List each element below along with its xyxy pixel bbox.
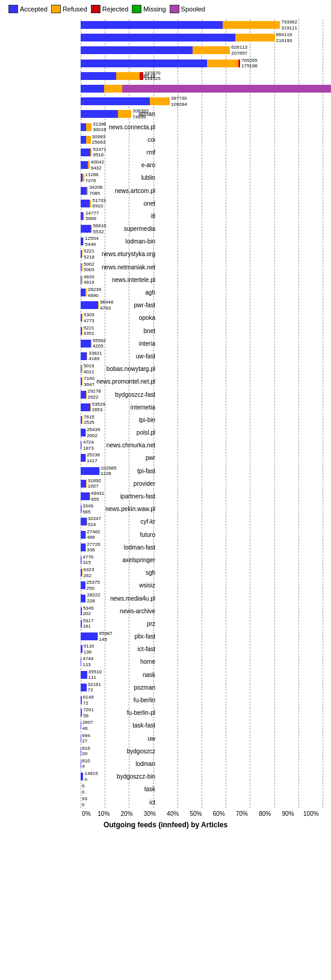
value-secondary: 1228 <box>101 471 117 477</box>
bar-segment-refused <box>83 237 84 245</box>
bar-segment-refused <box>91 225 92 233</box>
table-row: astercity793362319111 <box>81 19 323 31</box>
bars-and-values: 71403647 <box>81 376 323 387</box>
value-secondary: 20 <box>82 751 90 757</box>
value-secondary: 315 <box>83 560 94 566</box>
bar-values: 99427 <box>82 733 90 744</box>
value-primary: 197670 <box>144 70 161 76</box>
bar-segment-accepted <box>81 85 104 93</box>
bar-values: 81620 <box>82 746 90 757</box>
bar-segment-accepted <box>81 301 98 309</box>
value-primary: 49431 <box>91 491 104 497</box>
legend-label: Rejected <box>102 5 128 13</box>
table-row: news.chmurka.net47241873 <box>81 439 323 451</box>
bars-and-values: 5317161 <box>81 618 323 629</box>
bar-stack <box>81 250 82 258</box>
bar-values: 95687145 <box>99 631 113 642</box>
bars-and-values: 720159 <box>81 707 323 718</box>
bar-values: 27726336 <box>87 542 100 553</box>
bar-segment-accepted <box>81 187 87 195</box>
value-primary: 31396 <box>93 121 106 127</box>
bar-values: 27462486 <box>87 529 100 541</box>
bar-segment-accepted <box>81 581 85 589</box>
bars-and-values: 517336910 <box>81 198 323 209</box>
table-row: plix387730109284 <box>81 96 323 107</box>
bar-stack <box>81 429 85 436</box>
bar-values: 1029851228 <box>101 465 117 477</box>
table-row: atman20839374699 <box>81 108 323 120</box>
legend-label: Spooled <box>181 5 205 13</box>
bar-segment-accepted <box>81 429 85 436</box>
table-row: supermedia568105532 <box>81 223 323 234</box>
value-secondary: 27 <box>82 738 90 744</box>
bar-segment-accepted <box>81 72 116 80</box>
table-row: news.intertele.pl49204919 <box>81 274 323 286</box>
value-primary: 12554 <box>85 236 98 242</box>
bar-segment-refused <box>91 340 91 348</box>
bar-segment-refused <box>118 110 131 118</box>
value-primary: 4724 <box>83 439 94 446</box>
value-secondary: 4189 <box>88 356 102 362</box>
value-primary: 28222 <box>87 592 100 598</box>
value-secondary: 109284 <box>171 102 187 108</box>
bar-segment-accepted <box>81 340 91 348</box>
x-axis-tick: 90% <box>276 810 299 817</box>
bar-values: 705265175198 <box>241 58 258 69</box>
bars-and-values: 318921007 <box>81 478 323 489</box>
legend-item-accepted: Accepted <box>8 5 48 13</box>
bar-segment-refused <box>88 161 90 169</box>
bars-and-values: 27462486 <box>81 529 323 541</box>
value-primary: 8323 <box>84 567 94 573</box>
value-secondary: 2653 <box>92 407 105 413</box>
table-row: atman-bin1227307130264 <box>81 83 323 94</box>
bar-segment-refused <box>150 97 170 105</box>
value-primary: 34206 <box>89 185 102 191</box>
bar-stack <box>81 301 99 309</box>
bar-segment-refused <box>82 314 82 322</box>
bars-and-values: 793362319111 <box>81 19 323 31</box>
table-row: provider318921007 <box>81 478 323 489</box>
bars-and-values: 50025003 <box>81 262 323 273</box>
value-primary: 5221 <box>84 325 94 331</box>
bar-stack <box>81 454 85 462</box>
bar-segment-accepted <box>81 136 86 144</box>
bar-values: 197670131325 <box>144 70 161 82</box>
bars-and-values: 626113207857 <box>81 44 323 56</box>
bar-values: 35510111 <box>88 669 102 681</box>
bar-segment-refused <box>86 136 91 144</box>
bar-values: 8104 <box>82 758 90 770</box>
bar-segment-refused <box>81 365 82 373</box>
table-row: uw99427 <box>81 733 323 744</box>
value-primary: 387730 <box>171 96 187 102</box>
value-secondary: 319111 <box>281 25 297 31</box>
bar-values: 50025003 <box>84 262 94 273</box>
value-secondary: 7376 <box>85 178 99 184</box>
bars-and-values: 50 <box>81 783 323 795</box>
bar-stack <box>81 544 85 551</box>
bar-segment-accepted <box>81 721 81 729</box>
value-primary: 7615 <box>84 414 94 420</box>
value-secondary: 0 <box>84 777 97 783</box>
bar-stack <box>81 225 92 233</box>
value-secondary: 46 <box>82 726 93 732</box>
bar-stack <box>81 72 143 80</box>
table-row: itl147775999 <box>81 210 323 222</box>
bar-values: 112667376 <box>85 172 99 183</box>
bar-segment-accepted <box>81 225 91 233</box>
bars-and-values: 535292653 <box>81 402 323 413</box>
bar-stack <box>81 365 82 373</box>
bar-values: 9110136 <box>84 643 94 655</box>
bar-stack <box>81 263 82 271</box>
bar-stack <box>81 658 81 666</box>
legend-label: Refused <box>63 5 87 13</box>
bar-stack <box>81 314 82 322</box>
value-secondary: 4890 <box>88 293 101 299</box>
bars-and-values: 112667376 <box>81 172 323 183</box>
value-secondary: 486 <box>87 534 100 541</box>
bar-segment-refused <box>98 301 99 309</box>
legend: AcceptedRefusedRejectedMissingSpooled <box>2 5 329 13</box>
bar-segment-refused <box>86 123 91 131</box>
bar-values: 53034773 <box>84 312 94 323</box>
bar-stack <box>81 581 85 589</box>
bars-and-values: 53034773 <box>81 312 323 323</box>
